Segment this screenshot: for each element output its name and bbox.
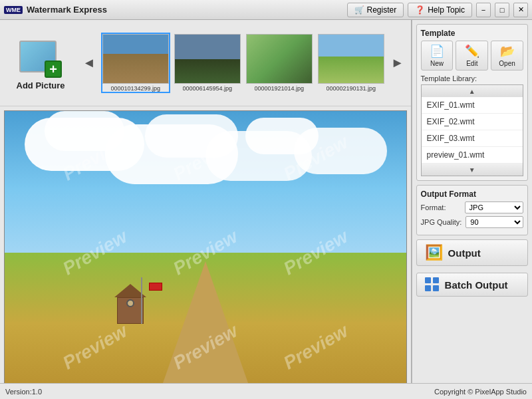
output-button[interactable]: 🖼️ Output xyxy=(416,239,528,266)
titlebar: WME Watermark Express 🛒 Register ❓ Help … xyxy=(0,0,532,20)
format-row: Format: JPG PNG BMP TIFF xyxy=(421,201,523,213)
output-format-title: Output Format xyxy=(421,190,523,199)
template-section-title: Template xyxy=(421,29,523,38)
thumb-label-4: 000002190131.jpg xyxy=(327,85,376,92)
preview-area: Preview Preview Preview Preview Preview … xyxy=(4,110,407,395)
library-item-1[interactable]: EXIF_01.wmt xyxy=(422,97,523,114)
open-template-button[interactable]: 📂 Open xyxy=(491,41,523,70)
flagpole xyxy=(141,277,142,324)
thumb-label-2: 000006145954.jpg xyxy=(183,85,233,92)
add-picture-label: Add Picture xyxy=(17,80,65,90)
path-layer xyxy=(159,261,252,394)
thumb-label-1: 000010134299.jpg xyxy=(111,85,161,92)
restore-button[interactable]: □ xyxy=(495,3,509,17)
help-icon: ❓ xyxy=(415,5,425,15)
format-label: Format: xyxy=(421,203,461,211)
add-picture-icon: + xyxy=(19,35,62,78)
thumbnail-4[interactable]: 000002190131.jpg xyxy=(317,33,386,93)
thumbnail-strip: 000010134299.jpg 000006145954.jpg 000001… xyxy=(101,33,386,93)
prev-arrow-button[interactable]: ◄ xyxy=(80,55,98,70)
quality-label: JPG Quality: xyxy=(421,218,462,226)
template-buttons: 📄 New ✏️ Edit 📂 Open xyxy=(421,41,523,70)
help-topic-button[interactable]: ❓ Help Topic xyxy=(408,3,472,17)
template-library-list: ▲ EXIF_01.wmt EXIF_02.wmt EXIF_03.wmt pr… xyxy=(421,84,523,176)
main-layout: + Add Picture ◄ 000010134299.jpg 0000061… xyxy=(0,20,532,399)
hut xyxy=(117,287,144,324)
quality-select[interactable]: 90 80 70 60 50 100 xyxy=(466,216,523,228)
app-title: Watermark Express xyxy=(27,5,343,15)
register-button[interactable]: 🛒 Register xyxy=(347,3,404,17)
add-picture-button[interactable]: + Add Picture xyxy=(4,31,77,94)
batch-output-button[interactable]: Batch Output xyxy=(416,273,528,297)
new-doc-icon: 📄 xyxy=(430,44,444,59)
new-template-button[interactable]: 📄 New xyxy=(421,41,454,70)
thumb-label-3: 000001921014.jpg xyxy=(255,85,305,92)
toolbar: + Add Picture ◄ 000010134299.jpg 0000061… xyxy=(0,20,411,106)
template-section: Template 📄 New ✏️ Edit 📂 Open Template L… xyxy=(416,24,528,181)
library-scroll-down[interactable]: ▼ xyxy=(422,164,523,176)
preview-image: Preview Preview Preview Preview Preview … xyxy=(5,111,406,394)
cart-icon: 🛒 xyxy=(354,5,364,15)
output-icon: 🖼️ xyxy=(425,244,443,261)
library-label: Template Library: xyxy=(421,74,523,82)
library-item-3[interactable]: EXIF_03.wmt xyxy=(422,130,523,147)
open-folder-icon: 📂 xyxy=(500,44,515,59)
sky-layer xyxy=(5,111,406,267)
format-select[interactable]: JPG PNG BMP TIFF xyxy=(465,201,523,213)
version-label: Version:1.0 xyxy=(5,388,42,396)
thumbnail-1[interactable]: 000010134299.jpg xyxy=(101,33,170,93)
close-button[interactable]: ✕ xyxy=(513,3,528,17)
library-item-4[interactable]: preview_01.wmt xyxy=(422,147,523,164)
app-logo: WME xyxy=(4,6,23,14)
thumbnail-2[interactable]: 000006145954.jpg xyxy=(173,33,242,93)
quality-row: JPG Quality: 90 80 70 60 50 100 xyxy=(421,216,523,228)
next-arrow-button[interactable]: ► xyxy=(388,55,407,70)
library-item-2[interactable]: EXIF_02.wmt xyxy=(422,114,523,130)
statusbar: Version:1.0 Copyright © PixelApp Studio xyxy=(0,383,532,399)
output-format-section: Output Format Format: JPG PNG BMP TIFF J… xyxy=(416,185,528,235)
copyright-label: Copyright © PixelApp Studio xyxy=(434,388,527,396)
thumbnail-3[interactable]: 000001921014.jpg xyxy=(245,33,314,93)
flag xyxy=(149,283,162,291)
right-panel: Template 📄 New ✏️ Edit 📂 Open Template L… xyxy=(412,20,532,399)
left-panel: + Add Picture ◄ 000010134299.jpg 0000061… xyxy=(0,20,412,399)
minimize-button[interactable]: − xyxy=(476,3,491,17)
edit-template-button[interactable]: ✏️ Edit xyxy=(456,41,488,70)
edit-icon: ✏️ xyxy=(465,44,479,59)
batch-icon xyxy=(425,277,440,292)
library-scroll-up[interactable]: ▲ xyxy=(422,85,523,97)
